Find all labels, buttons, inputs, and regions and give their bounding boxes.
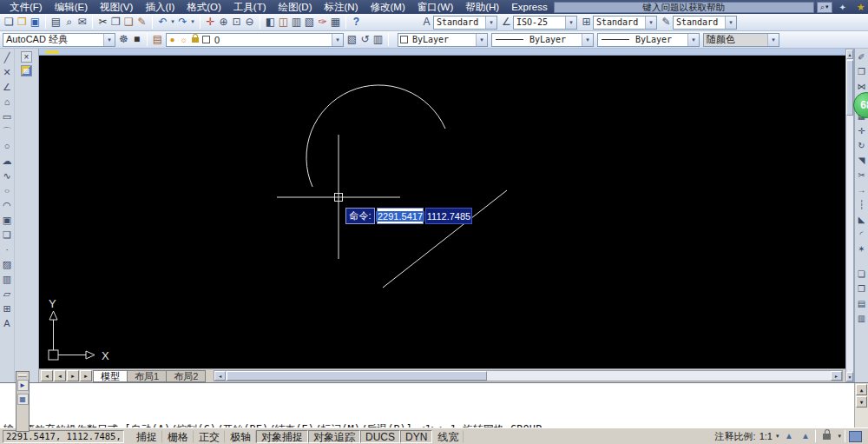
circle-tool-icon[interactable]: ○ <box>1 139 14 154</box>
table-style-dropdown[interactable]: Standard ▾ <box>593 16 657 30</box>
zoom-previous-icon[interactable]: ⊖ <box>243 15 256 30</box>
spline-tool-icon[interactable]: ∿ <box>1 169 14 183</box>
open-icon[interactable]: ❒ <box>16 15 29 30</box>
zoom-realtime-icon[interactable]: ⊕ <box>217 15 230 30</box>
dim-style-dropdown[interactable]: ISO-25 ▾ <box>513 16 577 30</box>
redo-icon[interactable]: ↷ <box>176 15 189 30</box>
communication-center-icon[interactable]: ✦ <box>835 2 851 13</box>
rectangle-tool-icon[interactable]: ▭ <box>1 109 14 124</box>
menu-draw[interactable]: 绘图(D) <box>273 0 319 14</box>
copy-tool-icon[interactable]: ❐ <box>855 65 868 80</box>
floating-mini-toolbar[interactable]: ► ▦ <box>16 371 30 432</box>
make-block-tool-icon[interactable]: ❏ <box>1 228 14 242</box>
multiline-text-tool-icon[interactable]: A <box>1 316 14 331</box>
clean-screen-icon[interactable] <box>849 431 862 442</box>
hatch-tool-icon[interactable]: ▨ <box>1 257 14 272</box>
zoom-window-icon[interactable]: ⊡ <box>230 15 243 30</box>
redo-menu-arrow-icon[interactable]: ▾ <box>189 15 196 30</box>
horizontal-scrollbar-thumb[interactable] <box>227 371 487 381</box>
tool-palettes-icon[interactable]: ▥ <box>290 15 303 30</box>
scroll-left-icon[interactable]: ◄ <box>214 371 226 381</box>
vertical-scrollbar[interactable]: ▲ ▼ <box>845 49 854 382</box>
construction-line-tool-icon[interactable]: ✕ <box>1 65 14 80</box>
ducs-toggle[interactable]: DUCS <box>360 430 400 443</box>
workspace-settings-icon[interactable]: ☸ <box>117 32 130 47</box>
dim-style-icon[interactable]: ∠ <box>500 15 513 30</box>
dynamic-input-y-field[interactable]: 1112.7485 <box>425 208 472 224</box>
markup-set-manager-icon[interactable]: ✑ <box>316 15 329 30</box>
menu-help[interactable]: 帮助(H) <box>459 0 505 14</box>
scroll-up-icon[interactable]: ▲ <box>846 50 853 59</box>
vertical-scrollbar-thumb[interactable] <box>846 60 853 116</box>
search-button[interactable]: ⌕▾ <box>817 2 832 13</box>
layer-properties-manager-icon[interactable]: ▤ <box>151 32 164 47</box>
tab-model[interactable]: 模型 <box>93 370 128 382</box>
undo-icon[interactable]: ↶ <box>156 15 169 30</box>
save-icon[interactable]: ▣ <box>29 15 42 30</box>
bring-above-objects-icon[interactable]: ▤ <box>855 297 868 312</box>
match-properties-icon[interactable]: ✎ <box>135 15 148 30</box>
arc-tool-icon[interactable]: ⌒ <box>1 124 14 139</box>
multileader-style-dropdown[interactable]: Standard ▾ <box>673 16 737 30</box>
send-under-objects-icon[interactable]: ▥ <box>855 312 868 327</box>
bring-to-front-icon[interactable]: ❏ <box>855 268 868 282</box>
menu-express[interactable]: Express <box>505 0 554 14</box>
fillet-tool-icon[interactable]: ◜ <box>855 228 868 242</box>
chamfer-tool-icon[interactable]: ◣ <box>855 213 868 228</box>
annotation-scale-value[interactable]: 1:1 <box>760 431 773 441</box>
annotation-autoscale-icon[interactable]: ▲ <box>799 430 812 442</box>
copy-icon[interactable]: ❐ <box>109 15 122 30</box>
help-icon[interactable]: ? <box>350 15 363 30</box>
polyline-tool-icon[interactable]: ∠ <box>1 80 14 95</box>
sheet-set-manager-icon[interactable]: ▧ <box>303 15 316 30</box>
scroll-up-icon[interactable]: ▲ <box>856 384 867 395</box>
first-tab-button[interactable]: ◄ <box>41 370 53 381</box>
toolbar-lock-icon[interactable] <box>823 434 831 440</box>
snap-toggle[interactable]: 捕捉 <box>131 430 162 443</box>
command-line-window[interactable]: 输入要放弃的操作数目或 [自动(A)/控制(C)/开始(BE)/结束(E)/标记… <box>0 382 868 427</box>
polygon-tool-icon[interactable]: ⌂ <box>1 95 14 109</box>
workspace-dropdown[interactable]: AutoCAD 经典 ▾ <box>3 33 115 47</box>
osnap-toggle[interactable]: 对象捕捉 <box>256 430 308 443</box>
menu-insert[interactable]: 插入(I) <box>139 0 181 14</box>
menu-edit[interactable]: 编辑(E) <box>49 0 94 14</box>
break-tool-icon[interactable]: ┆ <box>855 198 868 213</box>
multileader-style-icon[interactable]: ✎ <box>660 15 673 30</box>
quickcalc-icon[interactable]: ▦ <box>329 15 342 30</box>
dyn-toggle[interactable]: DYN <box>400 430 432 443</box>
plotstyle-dropdown[interactable]: 随颜色 ▾ <box>703 33 779 47</box>
plot-icon[interactable]: ▤ <box>49 15 62 30</box>
menu-view[interactable]: 视图(V) <box>94 0 139 14</box>
scroll-right-icon[interactable]: ► <box>831 371 842 381</box>
tab-layout1[interactable]: 布局1 <box>127 370 167 382</box>
rotate-tool-icon[interactable]: ↻ <box>855 139 868 154</box>
new-icon[interactable]: ❏ <box>3 15 16 30</box>
undo-menu-arrow-icon[interactable]: ▾ <box>169 15 176 30</box>
grid-window-icon[interactable]: ▦ <box>17 394 29 405</box>
tab-layout2[interactable]: 布局2 <box>166 370 206 382</box>
layer-previous-icon[interactable]: ↺ <box>358 32 372 47</box>
horizontal-scrollbar[interactable]: ◄ ► <box>214 370 843 381</box>
layer-states-icon[interactable]: ▥ <box>372 32 385 47</box>
drawing-canvas[interactable]: Y X 命令: 2291.5417 1112.7485 <box>39 56 845 368</box>
paste-icon[interactable]: ❑ <box>122 15 135 30</box>
lineweight-dropdown[interactable]: ByLayer ▾ <box>597 33 700 47</box>
scroll-down-icon[interactable]: ▼ <box>856 396 867 408</box>
region-tool-icon[interactable]: ▱ <box>1 287 14 302</box>
send-to-back-icon[interactable]: ❐ <box>855 282 868 297</box>
menu-format[interactable]: 格式(O) <box>181 0 227 14</box>
ortho-toggle[interactable]: 正交 <box>194 430 225 443</box>
dynamic-input-x-field[interactable]: 2291.5417 <box>377 208 424 224</box>
polar-toggle[interactable]: 极轴 <box>225 430 256 443</box>
play-icon[interactable]: ► <box>17 380 29 391</box>
properties-icon[interactable]: ◧ <box>264 15 277 30</box>
cut-icon[interactable]: ✂ <box>96 15 109 30</box>
color-dropdown[interactable]: ByLayer ▾ <box>398 33 488 47</box>
scale-tool-icon[interactable]: ◥ <box>855 154 868 169</box>
menu-window[interactable]: 窗口(W) <box>411 0 460 14</box>
make-object-layer-current-icon[interactable]: ▧ <box>345 32 358 47</box>
trim-tool-icon[interactable]: ✂ <box>855 169 868 183</box>
annotation-scale-dropdown-icon[interactable]: ▾ <box>776 433 779 440</box>
annotation-visibility-icon[interactable]: ▲ <box>782 430 795 442</box>
table-tool-icon[interactable]: ⊞ <box>1 302 14 316</box>
